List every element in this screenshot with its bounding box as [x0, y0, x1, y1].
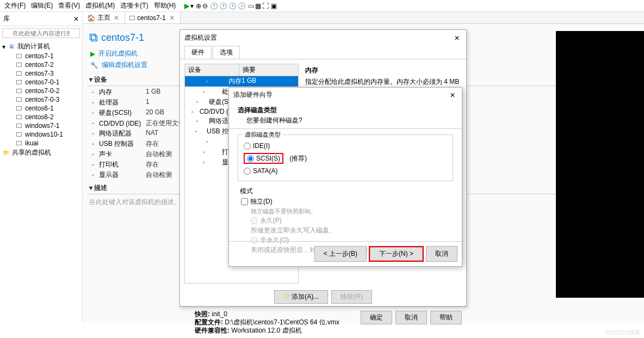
panel-title: 内存: [305, 66, 460, 75]
device-name[interactable]: ▫USB 控制器: [89, 139, 144, 149]
snapshot-mgr[interactable]: 🕓: [238, 2, 246, 10]
next-button-highlighted[interactable]: 下一步(N) >: [370, 247, 423, 261]
vm-item[interactable]: centos6-1: [0, 104, 82, 113]
add-button[interactable]: 🛡 添加(A)...: [274, 290, 328, 304]
device-name[interactable]: ▫处理器: [89, 98, 144, 107]
device-value: 存在: [146, 139, 159, 149]
menu-file[interactable]: 文件(F): [2, 0, 28, 11]
device-value: NAT: [146, 129, 158, 138]
vm-item[interactable]: ikuai: [0, 139, 82, 148]
device-value: 自动检测: [146, 170, 172, 180]
vm-item[interactable]: centos6-2: [0, 113, 82, 121]
radio-scsi-highlighted[interactable]: SCSI(S): [244, 153, 283, 164]
menu-view[interactable]: 查看(V): [56, 0, 82, 11]
wizard-heading: 选择磁盘类型: [238, 106, 453, 115]
vm-item[interactable]: centos7-3: [0, 69, 82, 78]
play-button[interactable]: ▶: [184, 2, 189, 10]
vm-item[interactable]: windows7-1: [0, 121, 82, 130]
fullscreen[interactable]: ⛶: [262, 2, 269, 10]
snapshot-1[interactable]: 🕐: [210, 2, 218, 10]
tab-vm[interactable]: centos7-1✕: [125, 12, 181, 23]
ok-button[interactable]: 确定: [361, 311, 392, 324]
device-value: 1: [146, 98, 150, 107]
mode-label: 模式: [240, 187, 453, 196]
close-icon[interactable]: ✕: [452, 34, 462, 42]
device-name[interactable]: ▫硬盘(SCSI): [89, 108, 144, 118]
tab-hardware[interactable]: 硬件: [184, 46, 212, 59]
device-value: 1 GB: [146, 88, 160, 97]
play-dropdown[interactable]: ▾: [190, 2, 194, 10]
snapshot-3[interactable]: 🕒: [228, 2, 237, 10]
search-input[interactable]: [2, 28, 80, 38]
tool-2[interactable]: ⊖: [202, 2, 208, 10]
vm-item[interactable]: windows10-1: [0, 130, 82, 139]
device-value: 存在: [146, 160, 159, 169]
wizard-subheading: 您要创建何种磁盘?: [238, 116, 453, 125]
device-name[interactable]: ▫内存: [89, 88, 144, 97]
tool-1[interactable]: ⊕: [196, 2, 201, 10]
tab-home[interactable]: 🏠主页✕: [83, 12, 125, 23]
device-value: 自动检测: [146, 150, 172, 159]
radio-sata[interactable]: SATA(A): [243, 165, 448, 176]
close-icon[interactable]: ✕: [448, 91, 457, 99]
tree-shared[interactable]: 📁共享的虚拟机: [0, 148, 82, 158]
unity[interactable]: ▣: [271, 2, 277, 10]
vm-item[interactable]: centos7-1: [0, 52, 82, 60]
back-button[interactable]: < 上一步(B): [314, 246, 367, 262]
library-close[interactable]: ✕: [73, 15, 79, 23]
tab-options[interactable]: 选项: [213, 46, 240, 59]
cancel-button[interactable]: 取消: [426, 246, 457, 262]
device-row[interactable]: ▫内存1 GB: [185, 76, 298, 87]
menubar: 文件(F) 编辑(E) 查看(V) 虚拟机(M) 选项卡(T) 帮助(H) ▶ …: [0, 0, 644, 12]
checkbox-independent[interactable]: 独立(D): [240, 196, 453, 207]
close-icon[interactable]: ✕: [168, 14, 176, 22]
remove-button[interactable]: 移除(R): [331, 290, 372, 304]
watermark: ©51CTO博客: [605, 329, 641, 337]
vm-item[interactable]: centos7-2: [0, 60, 82, 69]
vm-tree: ▾🖥我的计算机 centos7-1 centos7-2 centos7-3 ce…: [0, 40, 82, 323]
device-name[interactable]: ▫声卡: [89, 150, 144, 159]
snapshot-2[interactable]: 🕑: [219, 2, 227, 10]
vm-item[interactable]: centos7-0-1: [0, 78, 82, 87]
cancel-button[interactable]: 取消: [395, 311, 427, 324]
tab-bar: 🏠主页✕ centos7-1✕: [83, 12, 644, 24]
menu-edit[interactable]: 编辑(E): [29, 0, 55, 11]
section-desc: 描述: [94, 184, 107, 192]
tree-root[interactable]: ▾🖥我的计算机: [0, 41, 82, 52]
view-1[interactable]: ▭: [248, 2, 254, 10]
device-value: 20 GB: [146, 108, 164, 118]
radio-permanent: 永久(P): [251, 216, 453, 226]
view-2[interactable]: ▦: [255, 2, 261, 10]
menu-tabs[interactable]: 选项卡(T): [118, 0, 150, 11]
menu-help[interactable]: 帮助(H): [152, 0, 178, 11]
library-title: 库: [3, 14, 10, 23]
close-icon[interactable]: ✕: [113, 14, 120, 22]
vm-item[interactable]: centos7-0-3: [0, 95, 82, 104]
vm-item[interactable]: centos7-0-2: [0, 87, 82, 95]
device-name[interactable]: ▫网络适配器: [89, 129, 144, 138]
dialog-title: 虚拟机设置: [184, 33, 217, 42]
wizard-title: 添加硬件向导: [233, 90, 273, 100]
add-hardware-wizard: 添加硬件向导 ✕ 选择磁盘类型 您要创建何种磁盘? 虚拟磁盘类型 IDE(I) …: [228, 87, 462, 267]
radio-ide[interactable]: IDE(I): [243, 140, 448, 151]
device-name[interactable]: ▫CD/DVD (IDE): [89, 119, 144, 128]
vm-console[interactable]: [556, 31, 644, 298]
menu-vm[interactable]: 虚拟机(M): [83, 0, 117, 11]
device-name[interactable]: ▫显示器: [89, 170, 144, 180]
device-name[interactable]: ▫打印机: [89, 160, 144, 169]
section-devices: 设备: [94, 76, 107, 83]
help-button[interactable]: 帮助: [430, 311, 462, 324]
library-sidebar: 库 ✕ ▾🖥我的计算机 centos7-1 centos7-2 centos7-…: [0, 12, 83, 323]
